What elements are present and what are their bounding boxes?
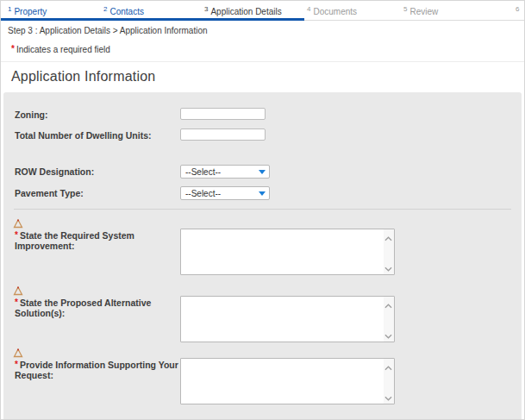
zoning-label: Zoning: [15,108,180,120]
row-designation-label: ROW Designation: [15,165,180,177]
tab-property[interactable]: 1Property [8,5,47,16]
required-field-note-label: Indicates a required field [16,45,110,54]
required-system-improvement-label-wrap: *State the Required System Improvement: [15,229,180,251]
pavement-type-select[interactable]: --Select-- [180,186,270,200]
zoning-input[interactable] [180,108,266,120]
tab-review-number: 5 [403,5,407,13]
page-title: Application Information [11,69,524,85]
required-asterisk-icon: * [15,298,18,307]
scroll-up-icon[interactable] [384,234,393,243]
tab-application-details-label: Application Details [210,7,281,16]
proposed-alternative-solutions-label-wrap: *State the Proposed Alternative Solution… [15,296,180,318]
application-wizard-page: 1Property 2Contacts 3Application Details… [0,0,525,420]
tab-contacts-number: 2 [103,5,107,13]
supporting-information-textarea[interactable] [180,358,395,404]
dwelling-units-input[interactable] [180,129,266,141]
pavement-type-row: Pavement Type: --Select-- [3,186,522,200]
section-divider [14,209,511,210]
zoning-row: Zoning: [3,108,522,120]
required-system-improvement-label: State the Required System Improvement: [15,230,134,251]
scroll-down-icon[interactable] [384,331,393,341]
pavement-type-label: Pavement Type: [15,186,180,198]
section-heading-band: Application Information [1,61,524,92]
proposed-alternative-solutions-textarea[interactable] [180,296,395,342]
chevron-down-icon [259,170,266,174]
tab-documents: 4Documents [307,5,357,16]
pavement-type-selected-value: --Select-- [185,189,221,198]
tab-property-label: Property [14,7,47,16]
required-system-improvement-textarea[interactable] [180,229,395,275]
required-field-note: *Indicates a required field [11,44,524,54]
tab-review-label: Review [409,7,438,16]
scroll-up-icon[interactable] [384,301,393,310]
tab-documents-number: 4 [307,5,310,13]
row-designation-selected-value: --Select-- [185,167,221,177]
supporting-information-row: *Provide Information Supporting Your Req… [3,358,522,408]
scroll-down-icon[interactable] [384,264,393,273]
required-asterisk-icon: * [15,230,18,240]
application-information-panel: Zoning: Total Number of Dwelling Units: … [3,92,522,420]
supporting-information-textarea-wrap [180,358,395,408]
dwelling-units-label: Total Number of Dwelling Units: [15,129,180,141]
tab-6-number: 6 [516,5,519,13]
tab-contacts[interactable]: 2Contacts [103,5,144,16]
tab-application-details-number: 3 [204,5,208,13]
supporting-information-label: Provide Information Supporting Your Requ… [15,360,178,380]
tab-review: 5Review [403,5,438,16]
chevron-down-icon [259,191,266,196]
tab-property-number: 1 [8,5,11,13]
required-system-improvement-textarea-wrap [180,229,395,279]
dwelling-units-row: Total Number of Dwelling Units: [3,129,522,141]
tab-documents-label: Documents [313,7,357,16]
proposed-alternative-solutions-label: State the Proposed Alternative Solution(… [15,298,151,318]
spellcheck-icon[interactable] [13,286,23,296]
required-system-improvement-row: *State the Required System Improvement: [3,229,522,279]
scroll-up-icon[interactable] [384,363,393,373]
tab-contacts-label: Contacts [109,7,143,16]
row-designation-row: ROW Designation: --Select-- [3,165,522,179]
required-asterisk-icon: * [15,360,18,369]
proposed-alternative-solutions-textarea-wrap [180,296,395,346]
breadcrumb: Step 3 : Application Details > Applicati… [8,26,524,35]
row-designation-select[interactable]: --Select-- [180,165,270,179]
tab-6: 6 [516,5,522,16]
tab-application-details[interactable]: 3Application Details [204,5,282,16]
step-tabbar: 1Property 2Contacts 3Application Details… [1,1,524,21]
step-progress-bar [1,18,304,21]
spellcheck-icon[interactable] [13,348,23,358]
required-asterisk-icon: * [11,44,15,53]
spellcheck-icon[interactable] [13,219,23,229]
scroll-down-icon[interactable] [384,393,393,403]
supporting-information-label-wrap: *Provide Information Supporting Your Req… [15,358,180,380]
proposed-alternative-solutions-row: *State the Proposed Alternative Solution… [3,296,522,346]
